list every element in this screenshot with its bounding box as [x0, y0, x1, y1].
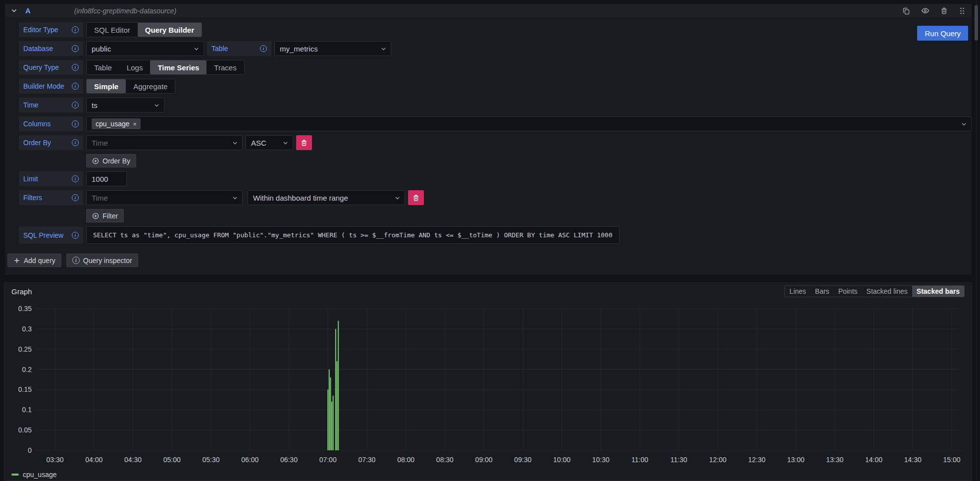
- columns-multiselect[interactable]: cpu_usage ×: [86, 116, 972, 131]
- remove-query-trash-icon[interactable]: [940, 7, 948, 15]
- order-by-field-select[interactable]: Time: [86, 135, 243, 150]
- svg-text:10:30: 10:30: [592, 456, 610, 464]
- duplicate-query-icon[interactable]: [902, 7, 910, 15]
- mode-tab-lines[interactable]: Lines: [785, 286, 810, 297]
- editor-type-row: Editor Type i SQL Editor Query Builder: [19, 22, 972, 37]
- panel-title: Graph: [11, 287, 32, 296]
- svg-text:0.15: 0.15: [18, 385, 32, 393]
- time-row: Time i ts: [19, 98, 972, 112]
- info-icon[interactable]: i: [72, 26, 79, 33]
- add-filter-button[interactable]: Filter: [86, 209, 124, 222]
- svg-text:05:00: 05:00: [163, 456, 181, 464]
- remove-order-by-button[interactable]: [296, 135, 312, 150]
- svg-text:14:00: 14:00: [865, 456, 882, 464]
- editor-type-toggle: SQL Editor Query Builder: [86, 22, 202, 37]
- add-query-button[interactable]: Add query: [7, 254, 61, 267]
- builder-mode-simple[interactable]: Simple: [87, 79, 126, 93]
- svg-text:0.1: 0.1: [22, 406, 32, 414]
- svg-text:13:00: 13:00: [787, 456, 805, 464]
- order-by-direction-select[interactable]: ASC: [246, 135, 293, 150]
- svg-text:06:00: 06:00: [241, 456, 258, 464]
- query-ref-id[interactable]: A: [25, 6, 31, 15]
- database-table-row: Database i public Table i my_metrics: [19, 41, 972, 56]
- svg-text:12:30: 12:30: [748, 456, 766, 464]
- columns-row: Columns i cpu_usage ×: [19, 116, 972, 131]
- query-type-traces[interactable]: Traces: [206, 60, 244, 74]
- time-series-chart[interactable]: 00.050.10.150.20.250.30.3503:3004:0004:3…: [9, 300, 967, 468]
- database-label: Database i: [19, 41, 83, 56]
- query-type-table[interactable]: Table: [87, 60, 119, 74]
- svg-text:0.35: 0.35: [18, 305, 32, 313]
- mode-tab-bars[interactable]: Bars: [811, 286, 834, 297]
- svg-text:03:30: 03:30: [46, 456, 63, 464]
- chevron-down-icon: [961, 121, 967, 127]
- trash-icon: [301, 139, 308, 147]
- svg-text:04:30: 04:30: [124, 456, 142, 464]
- mode-tab-points[interactable]: Points: [834, 286, 862, 297]
- info-icon[interactable]: i: [72, 194, 79, 201]
- query-row-header[interactable]: A (info8fcc-greptimedb-datasource): [5, 4, 972, 17]
- info-icon[interactable]: i: [72, 232, 79, 239]
- mode-tab-stacked-lines[interactable]: Stacked lines: [862, 286, 912, 297]
- order-by-label: Order By i: [19, 135, 83, 150]
- info-icon[interactable]: i: [72, 139, 79, 146]
- trash-icon: [413, 194, 419, 202]
- time-label: Time i: [19, 98, 83, 112]
- mode-tab-stacked-bars[interactable]: Stacked bars: [912, 286, 964, 297]
- query-type-time-series[interactable]: Time Series: [150, 60, 206, 74]
- svg-text:0: 0: [28, 446, 32, 454]
- chevron-down-icon: [282, 140, 289, 146]
- svg-text:0.05: 0.05: [18, 426, 32, 434]
- svg-text:09:30: 09:30: [514, 456, 531, 464]
- table-select[interactable]: my_metrics: [274, 41, 391, 56]
- svg-text:0.3: 0.3: [22, 325, 32, 333]
- add-order-by-button[interactable]: Order By: [86, 154, 136, 167]
- builder-mode-aggregate[interactable]: Aggregate: [126, 79, 175, 93]
- limit-input[interactable]: [86, 171, 127, 186]
- legend-series-label[interactable]: cpu_usage: [23, 471, 57, 479]
- add-filter-row: Filter: [19, 209, 972, 222]
- svg-text:09:00: 09:00: [475, 456, 493, 464]
- svg-text:0.25: 0.25: [18, 345, 32, 353]
- add-order-by-row: Order By: [19, 154, 972, 167]
- filter-field-select[interactable]: Time: [86, 190, 243, 205]
- info-icon[interactable]: i: [72, 175, 79, 182]
- filters-row: Filters i Time Within dashboard time ran…: [19, 190, 972, 205]
- scrollbar-track: [976, 0, 977, 481]
- time-column-select[interactable]: ts: [86, 98, 164, 112]
- query-type-label: Query Type i: [19, 60, 83, 75]
- hide-response-eye-icon[interactable]: [921, 6, 929, 15]
- scrollbar-thumb[interactable]: [975, 5, 978, 41]
- info-icon[interactable]: i: [72, 45, 79, 52]
- run-query-button[interactable]: Run Query: [917, 26, 968, 41]
- builder-mode-toggle: Simple Aggregate: [86, 79, 175, 94]
- info-icon[interactable]: i: [72, 64, 79, 71]
- filters-label: Filters i: [19, 190, 83, 205]
- remove-tag-icon[interactable]: ×: [133, 121, 137, 127]
- database-select[interactable]: public: [86, 41, 204, 56]
- remove-filter-button[interactable]: [408, 190, 424, 205]
- svg-text:05:30: 05:30: [202, 456, 219, 464]
- chevron-down-icon: [394, 195, 401, 201]
- editor-type-label: Editor Type i: [19, 22, 83, 37]
- query-inspector-button[interactable]: i Query inspector: [66, 254, 138, 267]
- query-type-logs[interactable]: Logs: [119, 60, 151, 74]
- column-tag-cpu-usage[interactable]: cpu_usage ×: [92, 118, 141, 129]
- chevron-down-icon: [232, 140, 238, 146]
- editor-type-sql-editor[interactable]: SQL Editor: [87, 23, 138, 37]
- info-icon[interactable]: i: [72, 120, 79, 127]
- editor-type-query-builder[interactable]: Query Builder: [138, 23, 202, 37]
- sql-preview-row: SQL Preview i SELECT ts as "time", cpu_u…: [19, 226, 972, 244]
- plus-circle-icon: [92, 213, 99, 219]
- builder-mode-row: Builder Mode i Simple Aggregate: [19, 79, 972, 94]
- svg-text:06:30: 06:30: [280, 456, 298, 464]
- drag-handle-icon[interactable]: [959, 7, 966, 15]
- svg-text:08:30: 08:30: [436, 456, 454, 464]
- filter-condition-select[interactable]: Within dashboard time range: [248, 190, 405, 205]
- collapse-chevron-icon[interactable]: [11, 7, 17, 14]
- builder-mode-label: Builder Mode i: [19, 79, 83, 94]
- info-icon[interactable]: i: [72, 83, 79, 90]
- info-icon[interactable]: i: [72, 102, 79, 108]
- info-circle-icon: i: [72, 257, 80, 264]
- info-icon[interactable]: i: [260, 45, 267, 52]
